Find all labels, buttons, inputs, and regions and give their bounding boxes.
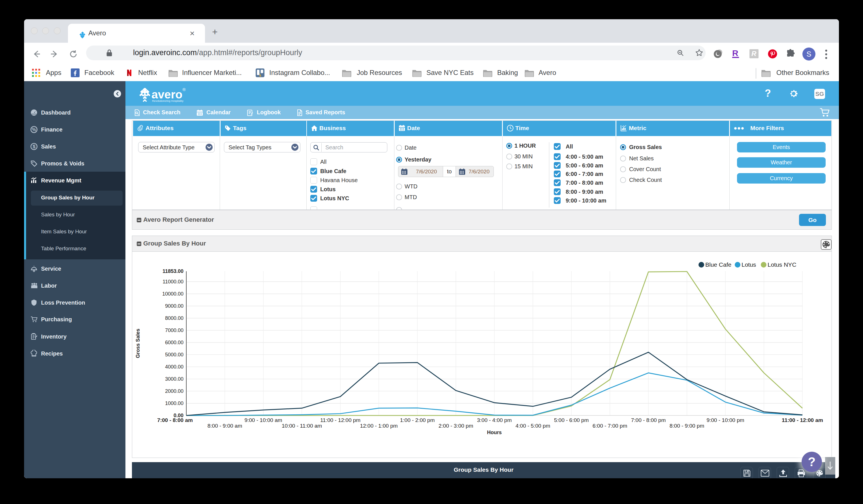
svg-text:5000.00: 5000.00	[165, 352, 184, 358]
svg-text:R: R	[751, 50, 756, 57]
svg-text:1:00 - 2:00 pm: 1:00 - 2:00 pm	[400, 417, 435, 423]
svg-text:R: R	[732, 49, 738, 58]
svg-text:11:00 - 12:00 pm: 11:00 - 12:00 pm	[320, 417, 360, 423]
svg-text:4000.00: 4000.00	[165, 364, 184, 370]
svg-text:Lotus: Lotus	[741, 261, 756, 268]
svg-text:11853.00: 11853.00	[163, 268, 184, 274]
svg-text:3:00 - 4:00 pm: 3:00 - 4:00 pm	[477, 417, 512, 423]
svg-text:9000.00: 9000.00	[165, 303, 184, 309]
svg-text:9:00 - 10:00 pm: 9:00 - 10:00 pm	[706, 417, 744, 423]
svg-text:Hours: Hours	[487, 430, 502, 435]
svg-text:%: %	[32, 127, 36, 132]
svg-text:Gross Sales: Gross Sales	[135, 329, 141, 358]
svg-text:5:00 - 6:00 pm: 5:00 - 6:00 pm	[554, 417, 589, 423]
svg-text:8000.00: 8000.00	[165, 315, 184, 321]
svg-text:10:00 - 11:00 am: 10:00 - 11:00 am	[282, 423, 322, 429]
svg-text:2000.00: 2000.00	[165, 388, 184, 394]
svg-text:3000.00: 3000.00	[165, 376, 184, 382]
svg-text:7:00 - 8:00 am: 7:00 - 8:00 am	[157, 417, 193, 423]
svg-text:6:00 - 7:00 pm: 6:00 - 7:00 pm	[592, 423, 627, 429]
svg-text:11000.00: 11000.00	[163, 279, 184, 285]
svg-text:Blue Cafe: Blue Cafe	[705, 261, 731, 268]
svg-text:2:00 - 3:00 pm: 2:00 - 3:00 pm	[439, 423, 473, 429]
svg-text:4:00 - 5:00 pm: 4:00 - 5:00 pm	[516, 423, 550, 429]
svg-text:$: $	[33, 144, 36, 149]
svg-text:7000.00: 7000.00	[165, 327, 184, 333]
svg-text:8:00 - 9:00 am: 8:00 - 9:00 am	[208, 423, 242, 429]
svg-text:12:00 - 1:00 pm: 12:00 - 1:00 pm	[360, 423, 398, 429]
svg-text:6000.00: 6000.00	[165, 340, 184, 345]
svg-text:Lotus NYC: Lotus NYC	[767, 261, 797, 268]
svg-text:9:00 - 10:00 am: 9:00 - 10:00 am	[245, 417, 282, 423]
svg-text:1000.00: 1000.00	[165, 400, 184, 406]
svg-text:10000.00: 10000.00	[162, 291, 184, 297]
svg-text:7:00 - 8:00 pm: 7:00 - 8:00 pm	[631, 417, 666, 423]
svg-text:11:00 - 12:00 am: 11:00 - 12:00 am	[782, 417, 823, 423]
svg-text:8:00 - 9:00 pm: 8:00 - 9:00 pm	[670, 423, 704, 429]
